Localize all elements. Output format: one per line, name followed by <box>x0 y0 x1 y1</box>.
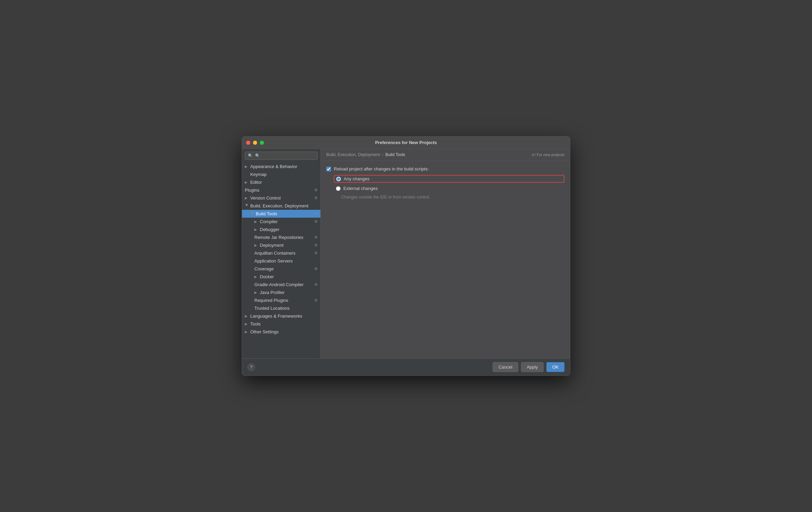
search-box[interactable]: 🔍 <box>245 152 318 160</box>
close-button[interactable] <box>246 141 250 145</box>
reload-label: Reload project after changes in the buil… <box>334 166 429 171</box>
sidebar-item-label: Tools <box>250 321 318 327</box>
reload-checkbox-label[interactable]: Reload project after changes in the buil… <box>326 166 429 171</box>
maximize-button[interactable] <box>260 141 264 145</box>
sidebar-item-build-tools[interactable]: ▶ Build Tools ⚙ <box>242 210 320 218</box>
sidebar-item-label: Java Profiler <box>260 290 318 295</box>
apply-button[interactable]: Apply <box>521 362 544 372</box>
breadcrumb-tag-text: For new projects <box>537 153 564 157</box>
sidebar-item-label: Application Servers <box>254 258 318 264</box>
any-changes-radio[interactable] <box>336 177 341 181</box>
sidebar-item-label: Build, Execution, Deployment <box>250 203 318 208</box>
chevron-icon: ▶ <box>245 322 249 326</box>
sidebar-item-deployment[interactable]: ▶ Deployment ⚙ <box>242 241 320 249</box>
sidebar-item-gradle-android-compiler[interactable]: Gradle-Android Compiler ⚙ <box>242 281 320 289</box>
sidebar-item-keymap[interactable]: Keymap <box>242 170 320 178</box>
chevron-icon: ▶ <box>245 165 249 168</box>
sidebar: 🔍 ▶ Appearance & Behavior Keymap ▶ Edito… <box>242 149 321 358</box>
sidebar-item-label: Keymap <box>250 172 318 177</box>
config-icon: ⚙ <box>314 282 318 287</box>
ok-button[interactable]: OK <box>546 362 564 372</box>
footer-left: ? <box>248 363 255 371</box>
sidebar-item-label: Other Settings <box>250 329 318 334</box>
sidebar-item-languages-frameworks[interactable]: ▶ Languages & Frameworks <box>242 312 320 320</box>
sidebar-item-compiler[interactable]: ▶ Compiler ⚙ <box>242 218 320 226</box>
sidebar-item-version-control[interactable]: ▶ Version Control ⚙ <box>242 194 320 202</box>
search-input[interactable] <box>255 153 315 158</box>
chevron-icon: ▶ <box>251 212 254 216</box>
any-changes-option[interactable]: Any changes <box>334 175 564 183</box>
sidebar-item-trusted-locations[interactable]: Trusted Locations <box>242 304 320 312</box>
external-changes-option[interactable]: External changes <box>334 185 564 192</box>
chevron-icon: ▶ <box>254 243 258 247</box>
minimize-button[interactable] <box>253 141 257 145</box>
sidebar-item-label: Build Tools <box>256 211 313 216</box>
sidebar-item-label: Arquillian Containers <box>254 251 313 256</box>
sidebar-item-build-execution-deployment[interactable]: ▶ Build, Execution, Deployment <box>242 202 320 210</box>
chevron-icon: ▶ <box>245 180 249 184</box>
window-controls <box>246 141 264 145</box>
chevron-icon: ▶ <box>254 275 258 279</box>
sidebar-item-label: Compiler <box>260 219 313 224</box>
sidebar-item-label: Docker <box>260 274 318 279</box>
breadcrumb-current: Build Tools <box>385 152 405 157</box>
cancel-button[interactable]: Cancel <box>493 362 518 372</box>
sidebar-item-label: Debugger <box>260 227 318 232</box>
breadcrumb-tag: 🏷 For new projects <box>532 153 564 157</box>
sidebar-item-tools[interactable]: ▶ Tools <box>242 320 320 328</box>
config-icon: ⚙ <box>314 235 318 240</box>
sidebar-item-label: Remote Jar Repositories <box>254 235 313 240</box>
sidebar-item-label: Deployment <box>260 243 313 248</box>
sidebar-item-label: Languages & Frameworks <box>250 313 318 319</box>
sidebar-item-required-plugins[interactable]: Required Plugins ⚙ <box>242 296 320 304</box>
sidebar-item-debugger[interactable]: ▶ Debugger <box>242 226 320 233</box>
config-icon: ⚙ <box>314 219 318 224</box>
sidebar-item-appearance-behavior[interactable]: ▶ Appearance & Behavior <box>242 163 320 170</box>
reload-checkbox[interactable] <box>326 167 331 171</box>
sidebar-item-label: Version Control <box>250 195 313 201</box>
config-icon: ⚙ <box>314 267 318 271</box>
external-changes-radio[interactable] <box>336 186 341 191</box>
help-button[interactable]: ? <box>248 363 255 371</box>
breadcrumb-separator: › <box>382 152 383 157</box>
title-bar: Preferences for New Projects <box>242 137 570 149</box>
sidebar-item-remote-jar-repositories[interactable]: Remote Jar Repositories ⚙ <box>242 233 320 241</box>
breadcrumb: Build, Execution, Deployment › Build Too… <box>321 149 570 161</box>
tag-icon: 🏷 <box>532 153 535 157</box>
config-icon: ⚙ <box>314 188 318 192</box>
sidebar-item-plugins[interactable]: Plugins ⚙ <box>242 186 320 194</box>
dialog-body: 🔍 ▶ Appearance & Behavior Keymap ▶ Edito… <box>242 149 570 358</box>
main-content: Build, Execution, Deployment › Build Too… <box>321 149 570 358</box>
breadcrumb-parent[interactable]: Build, Execution, Deployment <box>326 152 380 157</box>
chevron-icon: ▶ <box>245 330 249 334</box>
chevron-icon: ▶ <box>254 228 258 231</box>
footer-right: Cancel Apply OK <box>493 362 564 372</box>
dialog-footer: ? Cancel Apply OK <box>242 358 570 375</box>
chevron-icon: ▶ <box>245 314 249 318</box>
reload-setting-row: Reload project after changes in the buil… <box>326 166 564 171</box>
sidebar-item-editor[interactable]: ▶ Editor <box>242 178 320 186</box>
radio-group: Any changes External changes Changes out… <box>334 175 564 200</box>
preferences-dialog: Preferences for New Projects 🔍 ▶ Appeara… <box>242 136 570 376</box>
content-area: Reload project after changes in the buil… <box>321 161 570 358</box>
chevron-icon: ▶ <box>245 204 249 208</box>
sidebar-item-label: Appearance & Behavior <box>250 164 318 169</box>
sidebar-item-arquillian-containers[interactable]: Arquillian Containers ⚙ <box>242 249 320 257</box>
sidebar-item-coverage[interactable]: Coverage ⚙ <box>242 265 320 273</box>
chevron-icon: ▶ <box>245 196 249 200</box>
sidebar-item-java-profiler[interactable]: ▶ Java Profiler <box>242 289 320 296</box>
external-changes-desc: Changes outside the IDE or from version … <box>341 195 564 200</box>
config-icon: ⚙ <box>314 243 318 247</box>
sidebar-item-label: Editor <box>250 180 318 185</box>
sidebar-item-label: Trusted Locations <box>254 306 318 311</box>
sidebar-item-label: Gradle-Android Compiler <box>254 282 313 287</box>
external-changes-label: External changes <box>343 186 378 191</box>
sidebar-item-label: Plugins <box>245 188 313 193</box>
sidebar-item-label: Required Plugins <box>254 298 313 303</box>
sidebar-item-docker[interactable]: ▶ Docker <box>242 273 320 281</box>
config-icon: ⚙ <box>314 298 318 303</box>
search-icon: 🔍 <box>248 153 253 158</box>
config-icon: ⚙ <box>314 212 318 216</box>
sidebar-item-other-settings[interactable]: ▶ Other Settings <box>242 328 320 336</box>
sidebar-item-application-servers[interactable]: Application Servers <box>242 257 320 265</box>
